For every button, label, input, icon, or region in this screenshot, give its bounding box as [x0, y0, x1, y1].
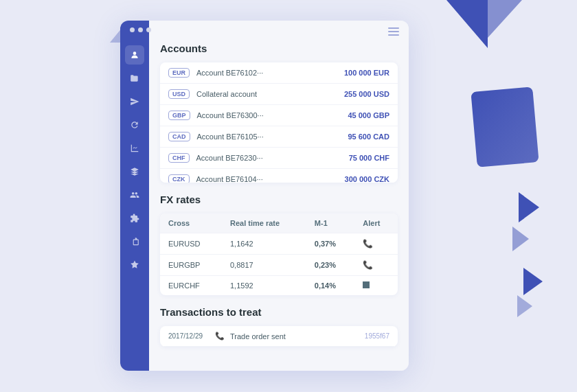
fx-cross: EURCHF	[160, 276, 222, 296]
sidebar-icon-award[interactable]	[125, 255, 144, 275]
sidebar-icon-layers[interactable]	[125, 162, 144, 181]
sidebar-icon-refresh[interactable]	[125, 115, 144, 135]
window-chrome	[130, 27, 151, 32]
window-menu[interactable]	[388, 27, 399, 36]
fx-col-m1: M-1	[306, 214, 355, 233]
menu-line-2	[388, 31, 399, 32]
transaction-description: Trade order sent	[230, 332, 359, 341]
account-amount: 100 000 EUR	[344, 69, 389, 77]
chrome-dot-2	[138, 27, 143, 32]
fx-cross: EURUSD	[160, 233, 222, 255]
currency-badge: CAD	[168, 132, 190, 141]
bg-decor-7	[517, 295, 532, 317]
account-name: Account BE76230···	[196, 154, 342, 162]
account-amount: 300 000 CZK	[345, 175, 389, 183]
bg-decor-6	[523, 268, 543, 295]
account-row[interactable]: CAD Account BE76105··· 95 600 CAD	[160, 126, 398, 148]
chrome-dot-3	[146, 27, 151, 32]
fx-alert: 📞	[354, 233, 398, 255]
bg-decor-5	[512, 227, 529, 251]
app-window: Accounts EUR Account BE76102··· 100 000 …	[120, 21, 409, 371]
main-content: Accounts EUR Account BE76102··· 100 000 …	[149, 21, 409, 371]
account-name: Account BE76300···	[197, 111, 341, 119]
bg-decor-2	[488, 0, 522, 38]
fx-alert: 📞	[354, 255, 398, 276]
fx-m1: 0,23%	[306, 255, 355, 276]
account-row[interactable]: USD Collateral account 255 000 USD	[160, 84, 398, 105]
account-name: Account BE76102···	[196, 69, 337, 77]
fx-col-cross: Cross	[160, 214, 222, 233]
sidebar-icon-people[interactable]	[125, 185, 144, 205]
account-amount: 45 000 GBP	[348, 111, 389, 119]
sidebar-icon-user[interactable]	[125, 45, 144, 65]
account-name: Account BE76105···	[197, 132, 341, 141]
account-row[interactable]: GBP Account BE76300··· 45 000 GBP	[160, 105, 398, 126]
currency-badge: USD	[168, 89, 190, 99]
sidebar	[120, 21, 149, 371]
account-name: Collateral account	[196, 90, 337, 98]
fx-alert	[354, 276, 398, 296]
transactions-list: 2017/12/29 📞 Trade order sent 1955f67	[160, 326, 398, 347]
bg-decor-4	[519, 192, 539, 222]
transaction-date: 2017/12/29	[168, 332, 210, 340]
account-row[interactable]: CZK Account BE76104··· 300 000 CZK	[160, 169, 398, 183]
bg-decor-1	[446, 0, 488, 48]
svg-point-0	[133, 51, 137, 55]
sidebar-icon-briefcase[interactable]	[125, 232, 144, 251]
alert-phone-icon: 📞	[363, 239, 373, 249]
currency-badge: GBP	[168, 111, 190, 120]
currency-badge: CHF	[168, 153, 190, 163]
currency-badge: CZK	[168, 174, 190, 183]
accounts-list[interactable]: EUR Account BE76102··· 100 000 EUR USD C…	[160, 62, 398, 183]
fx-rate: 0,8817	[222, 255, 306, 276]
menu-line-1	[388, 27, 399, 29]
fx-row[interactable]: EURUSD 1,1642 0,37% 📞	[160, 233, 398, 255]
sidebar-icon-send[interactable]	[125, 92, 144, 111]
fx-cross: EURGBP	[160, 255, 222, 276]
sidebar-icon-folder[interactable]	[125, 69, 144, 88]
fx-m1: 0,14%	[306, 276, 355, 296]
fx-row[interactable]: EURCHF 1,1592 0,14%	[160, 276, 398, 296]
fx-rate: 1,1642	[222, 233, 306, 255]
fx-rates-table: Cross Real time rate M-1 Alert EURUSD 1,…	[160, 214, 398, 295]
fx-row[interactable]: EURGBP 0,8817 0,23% 📞	[160, 255, 398, 276]
account-name: Account BE76104···	[196, 175, 338, 183]
menu-line-3	[388, 34, 399, 36]
fx-rates-title: FX rates	[160, 194, 398, 205]
transactions-title: Transactions to treat	[160, 306, 398, 318]
account-amount: 75 000 CHF	[349, 154, 389, 162]
currency-badge: EUR	[168, 68, 190, 78]
account-amount: 255 000 USD	[344, 90, 389, 98]
transaction-row[interactable]: 2017/12/29 📞 Trade order sent 1955f67	[160, 326, 398, 347]
transaction-icon: 📞	[215, 332, 225, 341]
fx-rate: 1,1592	[222, 276, 306, 296]
account-row[interactable]: EUR Account BE76102··· 100 000 EUR	[160, 62, 398, 84]
fx-header-row: Cross Real time rate M-1 Alert	[160, 214, 398, 233]
chrome-dot-1	[130, 27, 135, 32]
sidebar-icon-chart[interactable]	[125, 139, 144, 158]
fx-col-rate: Real time rate	[222, 214, 306, 233]
fx-rates-table-container: Cross Real time rate M-1 Alert EURUSD 1,…	[160, 214, 398, 295]
fx-m1: 0,37%	[306, 233, 355, 255]
alert-square-icon	[363, 281, 370, 288]
account-amount: 95 600 CAD	[348, 132, 389, 141]
alert-phone-icon: 📞	[363, 260, 373, 270]
transaction-id: 1955f67	[365, 332, 389, 340]
accounts-title: Accounts	[160, 43, 398, 54]
sidebar-icon-puzzle[interactable]	[125, 209, 144, 228]
account-row[interactable]: CHF Account BE76230··· 75 000 CHF	[160, 148, 398, 169]
bg-decor-3	[471, 87, 539, 167]
fx-col-alert: Alert	[354, 214, 398, 233]
